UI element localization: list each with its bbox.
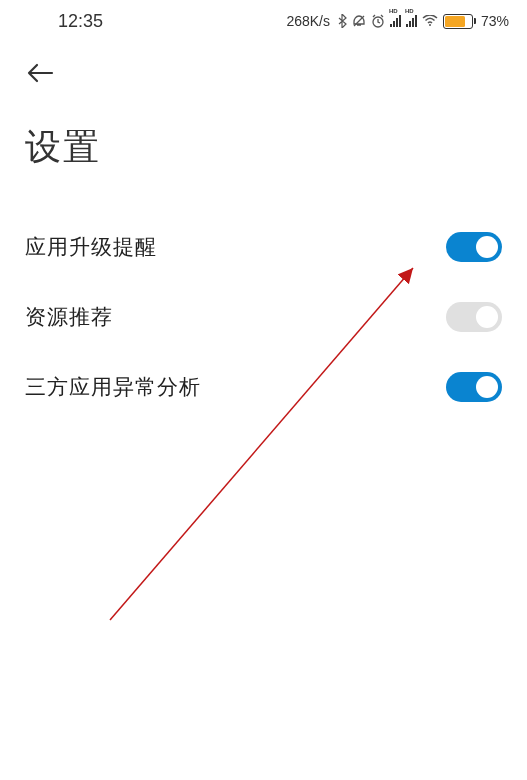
status-bar: 12:35 268K/s HD HD — [0, 0, 527, 38]
wifi-icon — [422, 13, 438, 30]
back-button[interactable] — [25, 58, 55, 88]
toggle-resource-recommend[interactable] — [446, 302, 502, 332]
signal-1-icon: HD — [390, 15, 401, 27]
status-indicators: 268K/s HD HD 73% — [286, 13, 509, 30]
setting-resource-recommend: 资源推荐 — [25, 282, 502, 352]
svg-point-2 — [429, 24, 431, 26]
mute-icon — [352, 14, 366, 28]
setting-third-party-analysis: 三方应用异常分析 — [25, 352, 502, 422]
settings-list: 应用升级提醒 资源推荐 三方应用异常分析 — [0, 192, 527, 422]
setting-label: 应用升级提醒 — [25, 233, 157, 261]
back-arrow-icon — [26, 62, 54, 84]
title-row: 设置 — [0, 98, 527, 192]
toggle-knob — [476, 306, 498, 328]
page-title: 设置 — [25, 123, 502, 172]
status-time: 12:35 — [18, 11, 103, 32]
network-speed: 268K/s — [286, 13, 330, 29]
toggle-app-upgrade[interactable] — [446, 232, 502, 262]
setting-label: 资源推荐 — [25, 303, 113, 331]
setting-label: 三方应用异常分析 — [25, 373, 201, 401]
alarm-icon — [371, 14, 385, 28]
signal-2-icon: HD — [406, 15, 417, 27]
setting-app-upgrade: 应用升级提醒 — [25, 212, 502, 282]
toggle-knob — [476, 236, 498, 258]
toggle-knob — [476, 376, 498, 398]
battery-percent: 73% — [481, 13, 509, 29]
bluetooth-icon — [337, 14, 347, 28]
battery-icon — [443, 14, 473, 29]
toggle-third-party-analysis[interactable] — [446, 372, 502, 402]
nav-bar — [0, 38, 527, 98]
